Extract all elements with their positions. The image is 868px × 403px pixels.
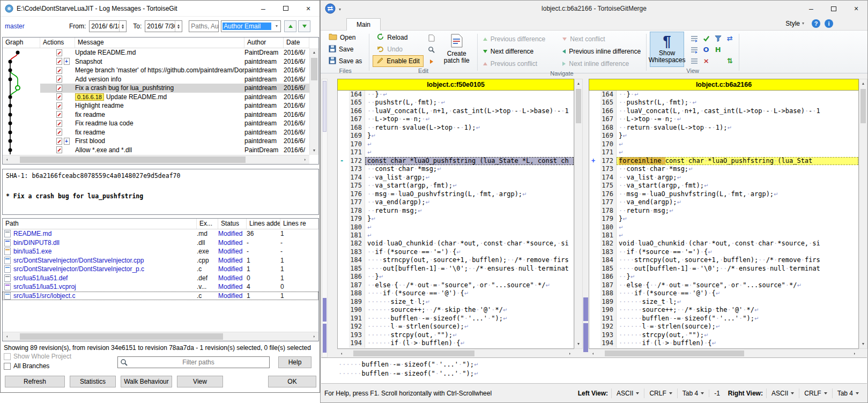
navigate-up-button[interactable] <box>284 20 296 32</box>
branch-label[interactable]: master <box>5 23 69 30</box>
log-row[interactable]: Fix readme lua codepaintdream2016/6/ <box>40 119 309 128</box>
save-button[interactable]: Save <box>325 43 366 55</box>
code-line[interactable]: 194······if·(l·>·bufflen)·{↵ <box>338 339 574 347</box>
open-button[interactable]: Open <box>325 32 366 43</box>
scroll-down-icon[interactable] <box>575 340 582 348</box>
code-line[interactable]: 170↵ <box>338 140 574 148</box>
scroll-right-icon[interactable] <box>850 349 859 357</box>
code-line[interactable]: 190······source++;··/*·skip·the·'@'·*/↵ <box>338 306 574 314</box>
column-header[interactable]: Graph <box>3 38 40 48</box>
file-row[interactable]: src/DontStarveInjector/DontStarveInjecto… <box>3 256 318 265</box>
code-line[interactable]: 178··return·msg;↵ <box>338 207 574 215</box>
column-header[interactable]: Message <box>75 38 244 48</box>
code-line[interactable]: 166··luaV_concat(L,·n+1,·cast_int(L->top… <box>589 107 858 115</box>
code-line[interactable]: +172forceinline·const·char·*luaO_pushfst… <box>589 157 858 165</box>
code-line[interactable]: 190······source++;··/*·skip·the·'@'·*/↵ <box>589 306 858 314</box>
code-line[interactable]: 164··}·↵ <box>589 91 858 99</box>
file-horizontal-scrollbar[interactable] <box>3 332 318 341</box>
reload-button[interactable]: Reload <box>373 32 423 43</box>
log-row[interactable]: Fix a crash bug for lua_pushfstringpaint… <box>40 84 309 93</box>
scrollbar-thumb[interactable] <box>605 350 744 356</box>
refresh-button[interactable]: Refresh <box>5 376 65 387</box>
file-row[interactable]: src/lua51/src/lobject.c.cModified11 <box>3 292 318 301</box>
cancel-icon[interactable]: × <box>700 55 712 66</box>
next-conflict-button[interactable]: Next conflict <box>560 33 643 45</box>
to-date-input[interactable]: 2016/ 7/30 <box>145 20 182 32</box>
code-line[interactable]: 167··L->top·-=·n;·↵ <box>589 115 858 123</box>
code-line[interactable]: 175··va_start(argp,·fmt);↵ <box>589 182 858 190</box>
code-line[interactable]: 181↵ <box>338 232 574 240</box>
date-spinner-icon[interactable] <box>119 21 126 32</box>
code-line[interactable]: 184····strncpy(out,·source+1,·bufflen);·… <box>338 256 574 264</box>
right-pane-header[interactable]: lobject.c:b6a2166 <box>589 79 859 91</box>
column-header[interactable]: Date <box>284 38 309 48</box>
view-button[interactable]: View <box>177 376 223 387</box>
code-line[interactable]: 189······size_t·l;↵ <box>338 298 574 306</box>
scrollbar-thumb[interactable] <box>20 333 223 340</box>
code-line[interactable]: 170↵ <box>589 140 858 148</box>
code-line[interactable]: 174··va_list·argp;↵ <box>589 174 858 182</box>
code-line[interactable]: 175··va_start(argp,·fmt);↵ <box>338 182 574 190</box>
navigate-down-button[interactable] <box>298 20 310 32</box>
code-line[interactable]: 173··const·char·*msg;↵ <box>338 165 574 173</box>
merge-window-titlebar[interactable]: lobject.c:b6a2166 - TortoiseGitMerge – × <box>321 1 867 17</box>
log-row[interactable]: Snapshotpaintdream2016/6/ <box>40 57 309 66</box>
author-filter-dropdown[interactable]: Author Email <box>221 20 281 32</box>
log-window-titlebar[interactable]: E:\Code\DontStarveLuaJIT - Log Messages … <box>1 1 320 17</box>
scroll-up-icon[interactable] <box>859 79 867 88</box>
code-line[interactable]: 171↵ <box>589 148 858 156</box>
filter-paths-input[interactable]: Filter paths <box>117 356 270 368</box>
next-difference-button[interactable]: Next difference <box>481 45 548 57</box>
diff-locator-bar[interactable] <box>583 79 589 357</box>
code-line[interactable]: 169}↵ <box>589 132 858 140</box>
code-line[interactable]: 177··va_end(argp);↵ <box>589 198 858 206</box>
filter-icon[interactable] <box>712 33 724 44</box>
show-whole-project-checkbox[interactable]: Show Whole Project <box>4 353 71 360</box>
column-header[interactable]: Lines re <box>280 219 318 229</box>
minimize-button[interactable]: – <box>800 1 822 17</box>
code-line[interactable]: 179}↵ <box>338 215 574 223</box>
code-line[interactable]: 188····if·(*source·==·'@')·{↵ <box>589 289 858 297</box>
code-line[interactable]: 168··return·svalue(L->top·-·1);↵ <box>589 124 858 132</box>
code-line[interactable]: 176··msg·=·luaO_pushvfstring(L,·fmt,·arg… <box>589 190 858 198</box>
scrollbar-thumb[interactable] <box>576 89 581 123</box>
file-row[interactable]: src/lua51/lua51.def.defModified01 <box>3 274 318 283</box>
log-row[interactable]: Add version infopaintdream2016/6/ <box>40 75 309 84</box>
code-line[interactable]: 179}↵ <box>589 215 858 223</box>
quick-access-caret-icon[interactable] <box>339 5 341 12</box>
tab-main[interactable]: Main <box>346 18 381 31</box>
scroll-left-icon[interactable] <box>3 332 11 341</box>
paths-filter-input[interactable]: Paths, Au <box>189 20 219 32</box>
line-mode-icon[interactable] <box>688 33 700 44</box>
code-line[interactable]: 180↵ <box>589 223 858 232</box>
right-eol-dropdown[interactable]: CRLF <box>799 389 832 398</box>
all-branches-checkbox[interactable]: All Branches <box>4 362 49 370</box>
style-dropdown[interactable]: Style <box>785 20 804 27</box>
diff-locator-bar[interactable] <box>322 79 328 357</box>
code-line[interactable]: 178··return·msg;↵ <box>589 207 858 215</box>
help-icon[interactable]: ? <box>812 19 820 28</box>
check-icon[interactable] <box>700 33 712 44</box>
scroll-right-icon[interactable] <box>566 349 574 357</box>
file-row[interactable]: src/lua51/lua51.vcproj.v...Modified40 <box>3 282 318 292</box>
log-row[interactable]: fix readmepaintdream2016/6/ <box>40 110 309 120</box>
code-line[interactable]: 192······l·=·strlen(source);↵ <box>589 323 858 331</box>
left-tab-dropdown[interactable]: Tab 4 <box>677 389 709 398</box>
code-line[interactable]: 186··}↵ <box>338 273 574 281</box>
code-line[interactable]: 187··else·{··/*·out·=·"source",·or·"...s… <box>338 281 574 289</box>
dropdown-caret-icon[interactable] <box>272 25 280 27</box>
code-line[interactable]: 165··pushstr(L,·fmt);·↵ <box>338 99 574 107</box>
previous-difference-button[interactable]: Previous difference <box>481 33 548 45</box>
code-line[interactable]: -172const·char·*luaO_pushfstring·(lua_St… <box>338 157 574 165</box>
goto-line-button[interactable] <box>426 56 437 67</box>
switch-views-icon[interactable]: ⇄ <box>724 33 736 44</box>
code-line[interactable]: 191······bufflen·-=·sizeof("·'...'·");↵ <box>589 315 858 323</box>
scrollbar-thumb[interactable] <box>311 58 317 80</box>
right-encoding-dropdown[interactable]: ASCII <box>766 389 799 398</box>
log-row[interactable]: Update README.mdPaintDream2016/6/ <box>40 48 309 57</box>
code-line[interactable]: 193······strcpy(out,·"");↵ <box>338 331 574 339</box>
code-line[interactable]: 183··if·(*source·==·'=')·{↵ <box>338 248 574 256</box>
scroll-up-icon[interactable] <box>575 79 582 88</box>
scroll-up-icon[interactable] <box>310 48 318 57</box>
code-line[interactable]: 191······bufflen·-=·sizeof("·'...'·");↵ <box>338 315 574 323</box>
